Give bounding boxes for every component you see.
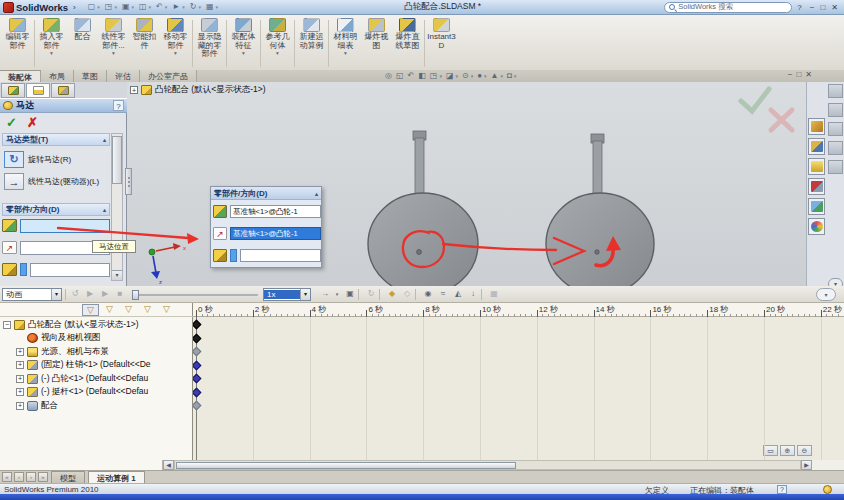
tab-nav-0[interactable]: « [2,472,12,482]
save-animation-icon[interactable]: ▣ [343,288,357,301]
scroll-down-icon[interactable]: ▾ [112,270,122,280]
motion-tree-row-5[interactable]: +(-) 挺杆<1> (Default<<Defau [0,386,193,400]
right-follower-stem[interactable] [593,141,602,199]
filter-selected-icon[interactable]: ▽ [139,304,156,316]
solidworks-resources-icon[interactable] [828,84,843,98]
print-icon[interactable]: ◫ [138,2,148,12]
zoom-out-icon[interactable]: ⊖ [797,445,812,456]
ribbon-button-4[interactable]: 智能扣件 [129,17,160,50]
dropdown-arrow-icon[interactable]: ▾ [500,73,503,79]
doc-close-button[interactable]: ✕ [805,70,812,79]
rebuild-icon[interactable]: ↻ [189,2,198,12]
undo-icon[interactable]: ↶ [155,2,164,12]
expand-icon[interactable]: + [16,348,24,356]
appearances-tab-icon[interactable] [828,160,843,174]
dropdown-arrow-icon[interactable]: ▾ [114,4,117,10]
save-icon[interactable]: ▣ [121,2,131,12]
search-box[interactable]: SolidWorks 搜索 [664,2,792,13]
keyframe-4[interactable] [193,374,201,384]
pm-tab-features[interactable] [1,83,25,98]
play-from-start-icon[interactable]: ▶ [83,288,97,301]
collapse-icon[interactable]: ▴ [315,190,318,197]
dropdown-arrow-icon[interactable]: ▾ [182,4,185,10]
motor-location-value[interactable]: 基准轴<1>@凸轮-1 [230,205,321,218]
ribbon-tab-0[interactable]: 装配体 [0,70,41,82]
close-button[interactable]: ✕ [828,3,841,12]
expand-icon[interactable]: + [16,388,24,396]
new-document-icon[interactable]: ▢ [87,2,97,12]
ribbon-tab-3[interactable]: 评估 [107,70,140,82]
rotary-motor-icon[interactable]: ↻ [4,151,24,168]
motor-direction-value[interactable]: 基准轴<1>@凸轮-1 [230,227,321,240]
autokey-icon[interactable]: ◆ [385,288,399,301]
ribbon-button-7[interactable]: 装配体特征▾ [228,17,259,56]
dropdown-arrow-icon[interactable]: ▾ [149,4,152,10]
field-selector[interactable] [230,249,237,262]
playback-mode-icon-arrow[interactable]: ▾ [333,288,341,301]
ribbon-button-2[interactable]: 配合 [67,17,98,42]
dropdown-arrow-icon[interactable]: ▾ [112,50,115,56]
panel-header[interactable]: 零部件/方向(D) ▴ [211,187,321,200]
motor-location-field[interactable] [20,219,110,233]
linear-motor-option[interactable]: → 线性马达(驱动器)(L) [4,172,108,191]
tab-nav-2[interactable]: › [26,472,36,482]
keyframe-6[interactable] [193,401,201,411]
dropdown-arrow-icon[interactable]: ▾ [97,4,100,10]
slider-thumb[interactable] [132,290,139,300]
play-icon[interactable]: ▶ [98,288,112,301]
playback-speed-combo[interactable]: 1x ▾ [263,288,311,301]
filter-driving-icon[interactable]: ▽ [120,304,137,316]
ribbon-button-9[interactable]: 新建运动算例 [296,17,327,50]
graphics-feature-tree[interactable]: + 凸轮配合 (默认<显示状态-1>) [130,84,266,96]
pm-help-button[interactable]: ? [113,100,124,111]
motor-icon[interactable]: ◉ [421,288,435,301]
scrollbar-thumb[interactable] [176,462,516,469]
spring-icon[interactable]: ≈ [436,288,450,301]
select-icon[interactable]: ► [171,2,181,12]
add-key-icon[interactable]: ◇ [400,288,414,301]
view-orientation-icon[interactable]: ◳ [430,71,438,81]
zoom-fit-icon[interactable]: ◎ [385,71,392,81]
dropdown-arrow-icon[interactable]: ▾ [242,50,245,56]
tab-nav-3[interactable]: » [38,472,48,482]
design-library-tab-icon[interactable] [828,103,843,117]
file-explorer-tab-icon[interactable] [828,122,843,136]
motion-tree-row-6[interactable]: +配合 [0,399,193,413]
zoom-area-icon[interactable]: ◱ [396,71,404,81]
quick-tips-icon[interactable]: ? [777,485,787,494]
collapse-icon[interactable]: − [3,321,11,329]
right-cam-disc[interactable] [546,193,654,286]
dropdown-arrow-icon[interactable]: ▾ [198,4,201,10]
ribbon-button-8[interactable]: 参考几何体▾ [262,17,293,56]
ribbon-tab-1[interactable]: 布局 [41,70,74,82]
panel-splitter-grip[interactable] [125,168,132,195]
dropdown-arrow-icon[interactable]: ▾ [455,73,458,79]
ribbon-button-10[interactable]: 材料明细表▾ [330,17,361,56]
rotary-motor-option[interactable]: ↻ 旋转马达(R) [4,150,108,169]
timeline-slider[interactable] [132,294,258,296]
results-icon[interactable]: ▦ [487,288,501,301]
field-selector[interactable] [20,263,27,276]
graphics-area[interactable]: x z + 凸轮配合 (默认<显示状态-1>) 零部件/方向(D) ▴ 基准轴<… [127,82,806,286]
dropdown-arrow-icon[interactable]: ▾ [471,73,474,79]
relative-component-value[interactable] [240,249,321,262]
dropdown-arrow-icon[interactable]: ▾ [51,289,61,300]
linear-motor-icon[interactable]: → [4,173,24,190]
display-style-icon[interactable]: ◪ [446,71,454,81]
playback-mode-icon[interactable]: → [318,288,332,301]
assembly-tree-label[interactable]: 凸轮配合 (默认<显示状态-1>) [155,84,266,96]
pm-scrollbar[interactable]: ▾ [111,133,123,281]
contact-icon[interactable]: ◭ [451,288,465,301]
toolbox-icon-button[interactable] [808,178,825,195]
design-library-icon-button[interactable] [808,138,825,155]
ribbon-button-13[interactable]: Instant3D [426,17,457,50]
motion-collapse-button[interactable]: ▾ [816,288,836,301]
left-follower-stem[interactable] [415,138,424,198]
zoom-select-icon[interactable]: ▭ [763,445,778,456]
pm-tab-configurations[interactable] [51,83,75,98]
doc-minimize-button[interactable]: − [788,70,793,79]
dropdown-arrow-icon[interactable]: ▾ [439,73,442,79]
collapse-icon[interactable]: ▴ [103,206,106,213]
left-cam-disc[interactable] [368,193,478,286]
file-explorer-icon-button[interactable] [808,158,825,175]
